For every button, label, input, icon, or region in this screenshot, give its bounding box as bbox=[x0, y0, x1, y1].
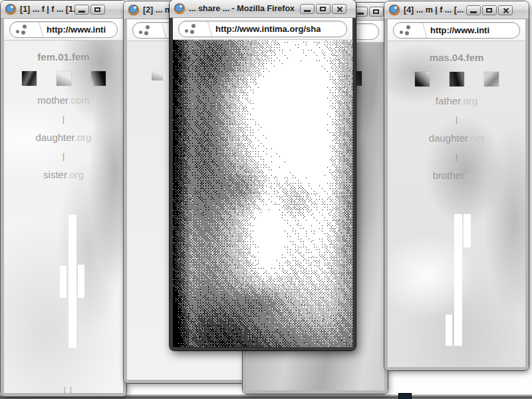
url-text: http://www.inti bbox=[430, 25, 489, 35]
site-link[interactable]: sister.org bbox=[43, 169, 84, 180]
white-bar bbox=[446, 315, 452, 346]
titlebar[interactable]: [4] ... m | f ... [... bbox=[384, 1, 529, 19]
maximize-button[interactable] bbox=[90, 5, 105, 15]
page-heading: fem.01.fem bbox=[37, 51, 89, 63]
thumbnail[interactable] bbox=[91, 71, 106, 86]
window-title: ... share ... - Mozilla Firefox bbox=[189, 4, 300, 13]
site-link[interactable]: daughter.net bbox=[429, 132, 484, 144]
firefox-icon bbox=[389, 5, 400, 15]
three-dots-logo-icon bbox=[394, 23, 418, 38]
address-bar[interactable]: http://www.intima.org/sha bbox=[178, 21, 347, 37]
firefox-icon bbox=[5, 4, 16, 15]
minimize-button[interactable] bbox=[466, 5, 481, 15]
site-link[interactable]: daughter.org bbox=[35, 132, 91, 143]
separator: | bbox=[63, 114, 65, 123]
thumbnail[interactable] bbox=[57, 71, 71, 86]
white-bar bbox=[454, 214, 462, 346]
titlebar[interactable]: [1] ... f | f ... [1... bbox=[1, 1, 126, 19]
thumbnail-row bbox=[22, 71, 106, 86]
white-bar bbox=[60, 266, 66, 298]
maximize-button[interactable] bbox=[369, 7, 384, 17]
dithered-portrait-image bbox=[173, 40, 352, 347]
desktop: [1] ... f | f ... [1... http://www.inti … bbox=[0, 0, 532, 399]
white-bar bbox=[78, 265, 84, 298]
thumbnail-row bbox=[415, 72, 499, 86]
address-bar[interactable]: http://www.inti bbox=[393, 22, 520, 39]
minimize-button[interactable] bbox=[300, 4, 315, 14]
maximize-button[interactable] bbox=[482, 5, 497, 15]
thumbnail[interactable] bbox=[484, 72, 499, 86]
firefox-icon bbox=[128, 5, 139, 15]
site-link[interactable]: father.org bbox=[436, 95, 477, 106]
three-dots-logo-icon bbox=[133, 23, 157, 38]
close-button[interactable] bbox=[498, 5, 513, 15]
url-text: http://www.intima.org/sha bbox=[215, 24, 321, 34]
thumbnail[interactable] bbox=[415, 72, 430, 86]
background-window-tab bbox=[398, 393, 412, 399]
minimize-button[interactable] bbox=[74, 5, 89, 15]
browser-window-1: [1] ... f | f ... [1... http://www.inti … bbox=[1, 1, 126, 396]
separator: | bbox=[456, 115, 458, 124]
page-heading: mas.04.fem bbox=[430, 52, 484, 63]
url-text: http://www.inti bbox=[47, 25, 106, 35]
thumbnail[interactable] bbox=[152, 69, 163, 80]
firefox-icon bbox=[174, 3, 185, 14]
address-bar[interactable]: http://www.inti bbox=[9, 21, 118, 38]
thumbnail[interactable] bbox=[450, 72, 464, 86]
separator: | bbox=[456, 152, 458, 161]
white-bar bbox=[68, 215, 76, 348]
footer-mark[interactable]: [ ] bbox=[64, 386, 73, 393]
window-title: [1] ... f | f ... [1... bbox=[20, 5, 74, 14]
page-content: mas.04.fem father.org | daughter.net | b… bbox=[388, 41, 525, 367]
navigation-toolbar: http://www.intima.org/sha bbox=[173, 18, 352, 40]
navigation-toolbar: http://www.inti bbox=[388, 19, 525, 41]
thumbnail[interactable] bbox=[22, 71, 37, 86]
navigation-toolbar: http://www.inti bbox=[4, 19, 123, 41]
page-content bbox=[173, 40, 352, 347]
maximize-button[interactable] bbox=[316, 4, 331, 14]
close-button[interactable] bbox=[332, 4, 346, 14]
titlebar[interactable]: ... share ... - Mozilla Firefox bbox=[170, 0, 356, 18]
three-dots-logo-icon bbox=[179, 21, 203, 37]
window-title: [4] ... m | f ... [... bbox=[404, 5, 466, 15]
white-bar bbox=[464, 214, 471, 247]
browser-window-share: ... share ... - Mozilla Firefox http://w… bbox=[170, 0, 356, 350]
page-content: fem.01.fem mother.com | daughter.org | s… bbox=[4, 41, 123, 393]
browser-window-4: [4] ... m | f ... [... http://www.inti m… bbox=[384, 1, 529, 370]
separator: | bbox=[63, 152, 65, 160]
site-link[interactable]: brother.net bbox=[433, 170, 481, 181]
site-link[interactable]: mother.com bbox=[37, 94, 89, 106]
three-dots-logo-icon bbox=[10, 22, 34, 37]
